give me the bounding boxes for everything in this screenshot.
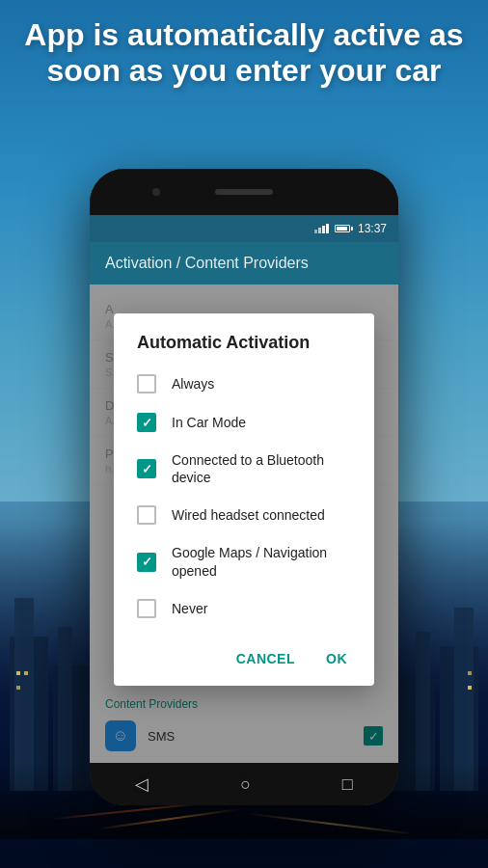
checkbox-always-box <box>137 374 156 393</box>
dialog-title: Automatic Activation <box>114 313 374 361</box>
dialog-body: Always ✓ In Car Mode ✓ Conne <box>114 361 374 636</box>
checkmark-google-maps: ✓ <box>142 556 152 568</box>
checkbox-bluetooth-label: Connected to a Bluetooth device <box>172 451 351 486</box>
checkbox-wired-headset-box <box>137 505 156 525</box>
ok-button[interactable]: OK <box>314 643 359 674</box>
checkbox-google-maps-label: Google Maps / Navigation opened <box>172 544 351 579</box>
phone-camera <box>152 188 160 196</box>
home-button[interactable]: ○ <box>221 767 270 802</box>
header-text: App is automatically active as soon as y… <box>0 17 488 89</box>
checkbox-wired-headset[interactable]: Wired headset connected <box>114 496 374 534</box>
checkbox-google-maps[interactable]: ✓ Google Maps / Navigation opened <box>114 534 374 588</box>
checkbox-never-box <box>137 599 156 618</box>
checkbox-in-car-mode-box: ✓ <box>137 413 156 432</box>
checkbox-in-car-mode[interactable]: ✓ In Car Mode <box>114 403 374 442</box>
screen-content: A A... S S... D A... P h... Content Prov… <box>90 285 398 763</box>
status-icons: 13:37 <box>314 222 387 235</box>
back-button[interactable]: ◁ <box>116 766 168 802</box>
checkbox-never[interactable]: Never <box>114 589 374 628</box>
bottom-nav-bar: ◁ ○ □ <box>90 763 398 805</box>
phone-top <box>90 169 398 215</box>
checkbox-google-maps-box: ✓ <box>137 553 156 572</box>
checkbox-wired-headset-label: Wired headset connected <box>172 506 325 524</box>
checkmark-in-car-mode: ✓ <box>142 417 152 429</box>
status-bar: 13:37 <box>90 215 398 242</box>
status-time: 13:37 <box>358 222 387 235</box>
app-bar-title: Activation / Content Providers <box>105 255 309 272</box>
checkbox-always[interactable]: Always <box>114 365 374 403</box>
phone-frame: 13:37 Activation / Content Providers A A… <box>90 169 398 805</box>
recent-apps-button[interactable]: □ <box>323 767 372 802</box>
checkbox-in-car-mode-label: In Car Mode <box>172 414 246 431</box>
cancel-button[interactable]: CANCEL <box>225 643 307 674</box>
phone-speaker <box>215 189 273 195</box>
signal-icon <box>314 224 329 233</box>
checkbox-always-label: Always <box>172 375 214 393</box>
battery-icon <box>335 225 350 232</box>
dialog-actions: CANCEL OK <box>114 636 374 686</box>
checkbox-never-label: Never <box>172 600 207 617</box>
checkmark-bluetooth: ✓ <box>142 463 152 475</box>
dialog-overlay: Automatic Activation Always ✓ In Car Mod… <box>90 285 398 763</box>
checkbox-bluetooth[interactable]: ✓ Connected to a Bluetooth device <box>114 442 374 496</box>
app-bar: Activation / Content Providers <box>90 242 398 285</box>
checkbox-bluetooth-box: ✓ <box>137 459 156 478</box>
automatic-activation-dialog: Automatic Activation Always ✓ In Car Mod… <box>114 313 374 686</box>
